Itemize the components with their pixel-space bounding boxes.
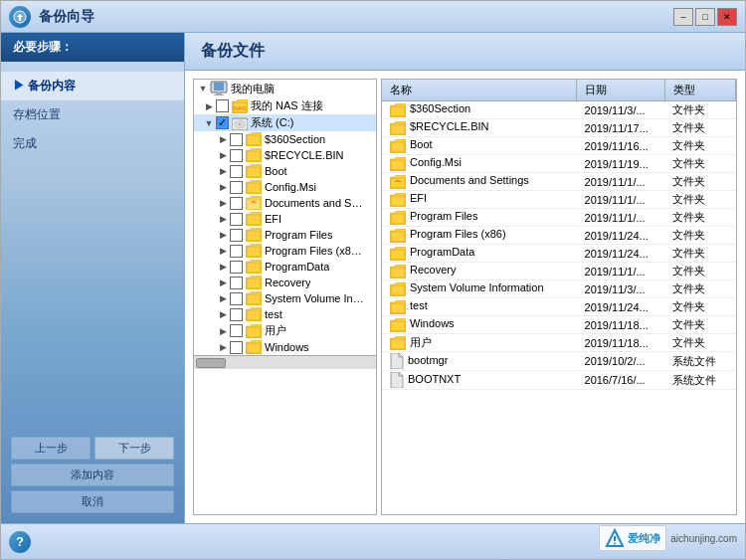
tree-nas[interactable]: ▶ NAS 我的 NAS 连接 <box>194 97 376 114</box>
svg-rect-26 <box>391 160 405 170</box>
svg-rect-33 <box>391 285 405 295</box>
nas-checkbox[interactable] <box>216 99 229 112</box>
list-row[interactable]: Program Files (x86)2019/11/24...文件夹 <box>382 227 736 245</box>
col-name[interactable]: 名称 <box>382 80 577 101</box>
list-row[interactable]: Documents and Settings2019/11/1/...文件夹 <box>382 173 736 191</box>
tree-root[interactable]: ▼ 我的电脑 <box>194 80 376 97</box>
svg-rect-15 <box>247 231 261 241</box>
svg-rect-18 <box>247 279 261 288</box>
svg-rect-14 <box>247 215 261 225</box>
tree-item-programfilesx86[interactable]: ▶ Program Files (x86... <box>194 243 376 259</box>
minimize-button[interactable]: – <box>673 8 693 26</box>
tree-item-boot[interactable]: ▶ Boot <box>194 163 376 179</box>
checkbox-360section[interactable] <box>230 133 243 146</box>
svg-rect-19 <box>247 294 261 304</box>
next-button[interactable]: 下一步 <box>94 437 174 460</box>
tree-c-drive[interactable]: ▼ ✓ 系统 (C:) <box>194 114 376 131</box>
list-cell-name: BOOTNXT <box>382 371 577 390</box>
list-row[interactable]: Boot2019/11/16...文件夹 <box>382 137 736 155</box>
svg-rect-21 <box>247 327 261 337</box>
checkbox-sysvolinfo[interactable] <box>230 292 243 305</box>
checkbox-programfilesx86[interactable] <box>230 245 243 258</box>
checkbox-configmsi[interactable] <box>230 181 243 194</box>
list-row[interactable]: System Volume Information2019/11/3/...文件… <box>382 280 736 298</box>
svg-rect-17 <box>247 263 261 273</box>
sidebar-step-backup-content[interactable]: 备份内容 <box>1 72 184 100</box>
expand-icon: ▶ <box>218 246 228 256</box>
checkbox-windows[interactable] <box>230 341 243 354</box>
list-cell-date: 2019/11/3/... <box>577 280 665 298</box>
tree-hscroll-thumb[interactable] <box>196 358 226 368</box>
checkbox-recovery[interactable] <box>230 277 243 289</box>
list-cell-type: 文件夹 <box>664 101 735 119</box>
list-row[interactable]: Windows2019/11/18...文件夹 <box>382 316 736 334</box>
tree-item-test[interactable]: ▶ test <box>194 306 376 322</box>
list-row[interactable]: Config.Msi2019/11/19...文件夹 <box>382 155 736 173</box>
tree-item-configmsi[interactable]: ▶ Config.Msi <box>194 179 376 195</box>
c-drive-checkbox[interactable]: ✓ <box>216 116 229 129</box>
list-row[interactable]: $RECYCLE.BIN2019/11/17...文件夹 <box>382 119 736 137</box>
list-row[interactable]: $360Section2019/11/3/...文件夹 <box>382 101 736 119</box>
checkbox-programdata[interactable] <box>230 261 243 274</box>
sidebar-step-storage-location[interactable]: 存档位置 <box>1 100 184 129</box>
list-row[interactable]: BOOTNXT2016/7/16/...系统文件 <box>382 371 736 390</box>
list-cell-type: 文件夹 <box>664 316 735 334</box>
close-button[interactable]: ✕ <box>717 8 737 26</box>
prev-button[interactable]: 上一步 <box>11 437 91 460</box>
list-row[interactable]: Recovery2019/11/1/...文件夹 <box>382 263 736 280</box>
checkbox-programfiles[interactable] <box>230 229 243 242</box>
checkbox-recycle[interactable] <box>230 149 243 162</box>
list-panel[interactable]: 名称 日期 类型 $360Section2019/11/3/...文件夹 $RE… <box>381 79 737 515</box>
tree-label: EFI <box>265 213 281 225</box>
tree-item-efi[interactable]: ▶ EFI <box>194 211 376 227</box>
tree-item-recovery[interactable]: ▶ Recovery <box>194 275 376 290</box>
tree-item-programfiles[interactable]: ▶ Program Files <box>194 227 376 243</box>
tree-item-windows[interactable]: ▶ Windows <box>194 339 376 355</box>
tree-item-user-folder[interactable]: ▶ 用户 <box>194 322 376 339</box>
cancel-button[interactable]: 取消 <box>11 490 174 513</box>
tree-hscrollbar[interactable] <box>194 355 376 369</box>
list-cell-type: 系统文件 <box>664 352 735 371</box>
svg-rect-32 <box>391 268 405 278</box>
tree-item-programdata[interactable]: ▶ ProgramData <box>194 259 376 275</box>
col-type[interactable]: 类型 <box>664 80 735 101</box>
list-row[interactable]: Program Files2019/11/1/...文件夹 <box>382 209 736 227</box>
list-row[interactable]: EFI2019/11/1/...文件夹 <box>382 191 736 209</box>
list-row[interactable]: ProgramData2019/11/24...文件夹 <box>382 245 736 263</box>
help-button[interactable]: ? <box>9 531 31 553</box>
list-cell-type: 文件夹 <box>664 173 735 191</box>
svg-rect-28 <box>391 196 405 206</box>
list-cell-date: 2019/11/24... <box>577 227 665 245</box>
list-cell-type: 文件夹 <box>664 280 735 298</box>
add-content-button[interactable]: 添加内容 <box>11 464 174 486</box>
checkbox-user-folder[interactable] <box>230 324 243 337</box>
list-row[interactable]: 用户2019/11/18...文件夹 <box>382 334 736 352</box>
svg-rect-11 <box>247 151 261 161</box>
list-cell-name: Program Files <box>382 209 577 227</box>
expand-icon: ▶ <box>218 342 228 352</box>
maximize-button[interactable]: □ <box>695 8 715 26</box>
checkbox-boot[interactable] <box>230 165 243 178</box>
tree-label: Boot <box>265 165 287 177</box>
sidebar-step-complete[interactable]: 完成 <box>1 129 184 158</box>
list-cell-type: 文件夹 <box>664 155 735 173</box>
list-row[interactable]: test2019/11/24...文件夹 <box>382 298 736 316</box>
c-drive-icon <box>232 116 248 130</box>
svg-rect-29 <box>391 214 405 224</box>
list-cell-date: 2019/10/2/... <box>577 352 665 371</box>
tree-panel[interactable]: ▼ 我的电脑 ▶ <box>193 79 377 515</box>
tree-label: Config.Msi <box>265 181 316 193</box>
expand-icon: ▶ <box>218 214 228 224</box>
folder-icon <box>246 132 262 146</box>
tree-item-360section[interactable]: ▶ $360Section <box>194 131 376 147</box>
tree-item-recycle[interactable]: ▶ $RECYCLE.BIN <box>194 147 376 163</box>
checkbox-efi[interactable] <box>230 213 243 226</box>
tree-item-docsettings[interactable]: ▶ Documents and Se... <box>194 195 376 211</box>
list-row[interactable]: bootmgr2019/10/2/...系统文件 <box>382 352 736 371</box>
col-date[interactable]: 日期 <box>577 80 665 101</box>
checkbox-docsettings[interactable] <box>230 197 243 210</box>
tree-item-sysvolinfo[interactable]: ▶ System Volume Infor... <box>194 290 376 306</box>
folder-icon <box>246 276 262 289</box>
window-controls: – □ ✕ <box>673 8 737 26</box>
checkbox-test[interactable] <box>230 308 243 321</box>
